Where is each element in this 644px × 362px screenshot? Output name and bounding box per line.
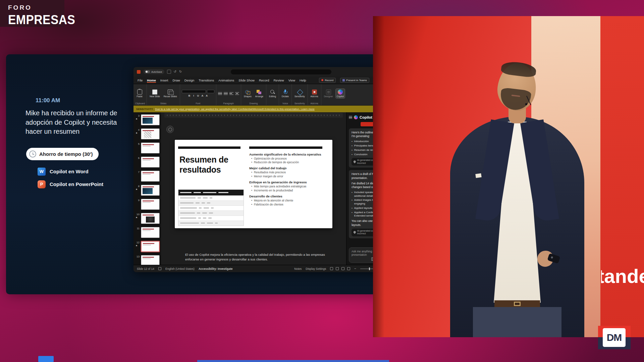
dm-logo: DM <box>598 326 631 349</box>
slide-thumbnail[interactable]: 9 ★ <box>136 199 160 210</box>
notes-toggle[interactable]: Notes <box>294 267 302 270</box>
slide-canvas[interactable]: Resumen de resultados Aumento significat… <box>175 140 332 228</box>
zoom-out-icon[interactable]: − <box>354 267 356 270</box>
display-icon <box>158 267 161 270</box>
font-style-button[interactable]: A <box>201 94 204 97</box>
sensitivity-banner-link[interactable]: Due to a rule set by your organization, … <box>155 108 396 111</box>
slide-thumbnail[interactable]: 6 ★ <box>136 157 160 168</box>
language-status[interactable]: English (United States) <box>165 267 195 270</box>
sensitivity-button[interactable]: Sensitivity <box>293 89 306 98</box>
addins-icon <box>312 89 317 95</box>
font-size-input[interactable] <box>207 90 214 93</box>
editing-button[interactable]: Editing <box>268 89 277 98</box>
addins-group: Add-ins Add-ins <box>308 84 321 105</box>
align-center-icon[interactable] <box>235 92 239 95</box>
speaker-belt <box>494 300 540 308</box>
copilot-icon <box>338 89 343 95</box>
copilot-button[interactable]: Copilot <box>336 89 345 98</box>
speaker <box>393 16 641 337</box>
slide-body: Aumento significativo de la eficiencia o… <box>249 153 326 209</box>
ribbon-tab[interactable]: Help <box>300 78 306 82</box>
copilot-logo-icon <box>354 115 358 119</box>
reading-view-icon[interactable] <box>341 267 344 270</box>
font-style-button[interactable]: I <box>192 94 195 97</box>
panel-menu-icon[interactable] <box>349 116 352 119</box>
ribbon-tab[interactable]: Insert <box>160 78 168 82</box>
view-buttons[interactable] <box>330 267 350 270</box>
slide-thumbnail[interactable]: 3 ★ <box>136 114 160 125</box>
slideshow-icon[interactable] <box>347 267 350 270</box>
ribbon-tab[interactable]: Slide Show <box>238 78 255 82</box>
slide-section: Mejor calidad del trabajo Resultados más… <box>249 166 326 178</box>
ribbon-tab[interactable]: Design <box>184 78 195 82</box>
font-style-button[interactable]: U <box>196 94 200 97</box>
photo-vignette <box>373 16 384 337</box>
reuse-slides-button[interactable]: Reuse Slides <box>163 89 178 98</box>
slide-section: Desarrollo de clientes Mejora en la aten… <box>249 194 326 206</box>
arrange-button[interactable]: Arrange <box>254 89 264 98</box>
slide-thumbnail[interactable]: 12 ★ <box>136 241 160 252</box>
save-icon[interactable] <box>167 70 171 74</box>
normal-view-icon[interactable] <box>330 267 333 270</box>
font-style-button[interactable]: A <box>205 94 208 97</box>
dictate-button[interactable]: Dictate <box>281 89 290 98</box>
slide-thumbnail[interactable]: 13 ★ <box>136 255 160 265</box>
designer-button[interactable]: Designer <box>323 89 334 98</box>
ribbon-tab[interactable]: Animations <box>218 78 234 82</box>
slide-thumbnail[interactable]: 8 ★ <box>136 185 160 196</box>
slide-sorter-icon[interactable] <box>336 267 339 270</box>
addins-button[interactable]: Add-ins <box>310 89 319 98</box>
record-button[interactable]: Record <box>319 78 336 83</box>
slide-thumbnail[interactable]: 5 ★ <box>136 142 160 154</box>
paragraph-group: Paragraph <box>216 84 241 105</box>
ribbon-tab[interactable]: View <box>288 78 295 82</box>
teams-icon <box>342 79 345 81</box>
autosave-toggle[interactable]: AutoSave <box>143 69 164 74</box>
notes-pane[interactable]: El uso de Copilot mejora la eficiencia o… <box>161 250 346 265</box>
copilot-group: Designer Copilot <box>321 84 346 105</box>
paste-button[interactable]: Paste <box>135 89 144 98</box>
paste-icon <box>137 89 142 95</box>
ribbon-tabs: FileHomeInsertDrawDesignTransitionsAnima… <box>133 76 406 84</box>
new-slide-button[interactable]: New Slide <box>149 89 161 98</box>
ribbon-tab[interactable]: Record <box>259 78 269 82</box>
animation-star-icon: ★ <box>136 188 140 191</box>
present-in-teams-button[interactable]: Present in Teams <box>340 78 369 83</box>
slide-thumbnail[interactable]: 7 ★ <box>136 171 160 182</box>
ribbon-tab[interactable]: Home <box>147 78 156 82</box>
ribbon-tab[interactable]: Draw <box>172 78 180 82</box>
app-item: P Copilot en PowerPoint <box>38 180 121 188</box>
dark-icon <box>141 213 160 224</box>
redo-icon[interactable]: ↻ <box>179 70 182 73</box>
shield-icon <box>354 160 356 163</box>
photo-icon <box>141 114 160 125</box>
ribbon-tab[interactable]: Transitions <box>199 78 214 82</box>
app-label: Copilot en PowerPoint <box>50 181 103 187</box>
bullets-icon[interactable] <box>218 92 222 95</box>
display-settings[interactable]: Display Settings <box>306 267 326 270</box>
font-style-button[interactable]: B <box>187 94 191 97</box>
slide-thumbnail[interactable]: 10 ★ <box>136 213 160 224</box>
shapes-button[interactable]: Shapes <box>243 89 253 98</box>
clipboard-group: Paste Clipboard <box>133 84 147 105</box>
align-left-icon[interactable] <box>229 92 233 95</box>
undo-icon[interactable]: ↺ <box>174 70 176 73</box>
powerpoint-window: AutoSave ↺ ↻ ─▢× FileHomeInsertDrawDesig… <box>133 67 406 272</box>
search-box[interactable] <box>231 69 331 74</box>
ribbon-tab[interactable]: Review <box>274 78 284 82</box>
scenario-time: 11:00 AM <box>36 97 121 104</box>
clock-icon <box>29 150 36 158</box>
slide-thumbnail[interactable]: 11 ★ <box>136 227 160 238</box>
canvas-tool-button[interactable] <box>166 126 174 133</box>
numbering-icon[interactable] <box>224 92 228 95</box>
slide-thumbnail[interactable]: 4 ★ <box>136 128 160 139</box>
record-icon <box>321 79 323 81</box>
powerpoint-app-icon <box>137 70 141 74</box>
font-name-input[interactable] <box>182 90 206 93</box>
accessibility-status[interactable]: Accessibility: Investigate <box>199 267 233 270</box>
reuse-slides-icon <box>168 89 173 95</box>
slides-group: New Slide Reuse Slides Slides <box>147 84 180 105</box>
editing-icon <box>270 89 275 95</box>
ribbon-tab[interactable]: File <box>138 78 143 82</box>
results-table <box>178 189 244 226</box>
